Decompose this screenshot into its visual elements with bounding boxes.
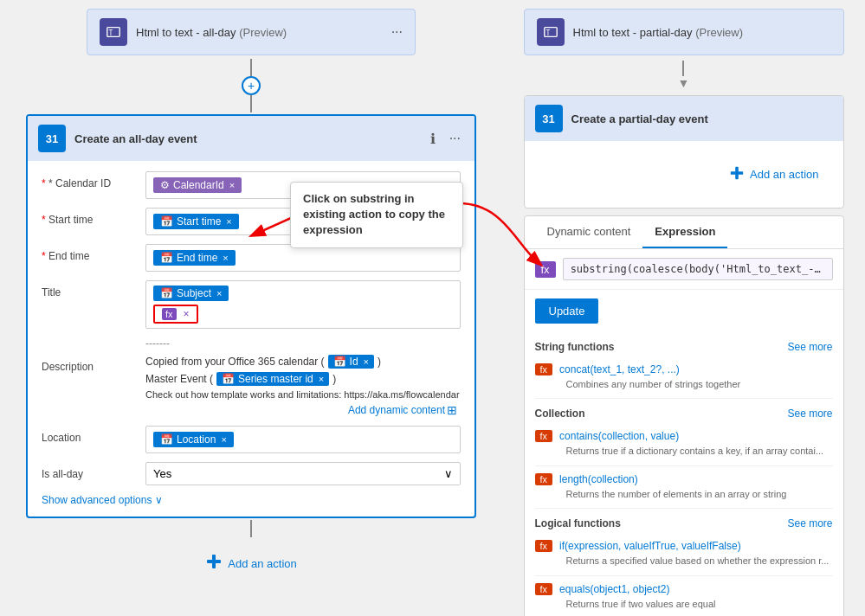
series-master-tag: 📅 Series master id × — [216, 372, 329, 386]
end-time-tag: 📅 End time × — [153, 250, 236, 266]
collection-header: Collection See more — [535, 399, 833, 423]
location-tag-close[interactable]: × — [221, 434, 226, 445]
is-allday-select[interactable]: Yes ∨ — [145, 462, 461, 485]
string-functions-header: String functions See more — [535, 332, 833, 356]
logical-see-more[interactable]: See more — [787, 517, 832, 529]
allday-top-menu[interactable]: ··· — [391, 24, 403, 40]
concat-function-name[interactable]: concat(text_1, text_2?, ...) — [559, 363, 680, 375]
length-function-desc: Returns the number of elements in an arr… — [535, 488, 833, 501]
main-card-title: Create an all-day event — [74, 132, 418, 145]
location-field-row: Location 📅 Location × — [42, 426, 461, 453]
partial-add-action-label: Add an action — [750, 168, 819, 181]
add-action-button[interactable]: Add an action — [198, 546, 304, 581]
contains-function-item: fx contains(collection, value) Returns t… — [535, 423, 833, 465]
html-to-text-icon: T — [100, 18, 127, 46]
series-master-tag-close[interactable]: × — [319, 374, 324, 384]
desc-line2-end: ) — [332, 373, 336, 385]
outlook-icon-subject: 📅 — [160, 287, 173, 299]
create-partial-event-card: 31 Create a partial-day event Add an act… — [524, 95, 844, 209]
add-step-button[interactable]: + — [242, 76, 261, 95]
callout-text: Click on substring in existing action to… — [303, 192, 445, 236]
length-function-item: fx length(collection) Returns the number… — [535, 466, 833, 509]
title-value[interactable]: 📅 Subject × fx × — [145, 280, 461, 329]
calendar-icon-small: ⚙ — [160, 179, 170, 191]
id-tag-close[interactable]: × — [364, 356, 369, 367]
calendar-id-tag-close[interactable]: × — [229, 180, 235, 190]
desc-line1-text: Copied from your Office 365 calendar ( — [145, 356, 325, 368]
outlook-icon-start: 📅 — [160, 215, 173, 228]
bottom-connector — [250, 520, 252, 537]
equals-function-name[interactable]: equals(object1, object2) — [559, 583, 669, 595]
partial-card-body: Add an action — [525, 141, 843, 208]
location-label: Location — [42, 426, 137, 444]
add-dynamic-content-btn[interactable]: Add dynamic content ⊞ — [348, 403, 457, 417]
html-to-text-allday-title: Html to text - all-day (Preview) — [136, 26, 383, 39]
is-allday-label: Is all-day — [42, 462, 137, 480]
dashes-separator: ------- — [42, 337, 461, 350]
add-action-label: Add an action — [228, 557, 297, 570]
length-fx-icon: fx — [535, 473, 553, 485]
chevron-down-icon-advanced: ∨ — [155, 494, 163, 506]
expression-panel: Dynamic content Expression fx substring(… — [524, 215, 844, 616]
partial-calendar-icon: 31 — [535, 105, 563, 132]
title-label: Title — [42, 280, 137, 298]
is-allday-value: Yes — [153, 467, 171, 480]
tab-expression[interactable]: Expression — [642, 216, 727, 248]
add-action-icon — [205, 553, 223, 574]
partial-add-action-btn[interactable]: Add an action — [722, 158, 826, 190]
outlook-icon-location: 📅 — [160, 433, 173, 446]
start-time-label: * Start time — [42, 208, 137, 226]
svg-text:T: T — [109, 29, 113, 37]
substring-tag[interactable]: fx × — [153, 305, 198, 324]
location-tag: 📅 Location × — [153, 432, 234, 447]
if-function-item: fx if(expression, valueIfTrue, valueIfFa… — [535, 533, 833, 575]
contains-function-name[interactable]: contains(collection, value) — [559, 430, 679, 442]
concat-function-desc: Combines any number of strings together — [535, 378, 833, 391]
html-to-text-partialday-card: T Html to text - partial-day (Preview) — [524, 9, 844, 55]
end-time-value[interactable]: 📅 End time × — [145, 244, 461, 272]
end-time-tag-close[interactable]: × — [223, 253, 228, 263]
id-tag: 📅 Id × — [328, 355, 374, 369]
location-value[interactable]: 📅 Location × — [145, 426, 461, 453]
fx-label: fx — [535, 261, 556, 278]
string-functions-see-more[interactable]: See more — [787, 341, 832, 353]
svg-rect-4 — [212, 555, 216, 568]
add-connector: + — [242, 59, 261, 112]
update-button[interactable]: Update — [535, 298, 599, 324]
desc-line3: Check out how template works and limitat… — [145, 389, 461, 400]
start-time-tag-close[interactable]: × — [226, 216, 231, 227]
html-to-text-partial-title: Html to text - partial-day (Preview) — [573, 26, 831, 39]
concat-function-item: fx concat(text_1, text_2?, ...) Combines… — [535, 356, 833, 399]
description-label: Description — [42, 355, 137, 373]
description-label-row: Description Copied from your Office 365 … — [42, 355, 461, 417]
partial-card-header: 31 Create a partial-day event — [525, 96, 843, 141]
tab-dynamic-content[interactable]: Dynamic content — [535, 216, 643, 248]
card-menu-button[interactable]: ··· — [446, 129, 464, 148]
length-function-name[interactable]: length(collection) — [559, 473, 638, 485]
info-button[interactable]: ℹ — [427, 129, 439, 149]
desc-line1-end: ) — [378, 356, 381, 368]
calendar-icon: 31 — [38, 125, 66, 152]
desc-line2-text: Master Event ( — [145, 373, 213, 385]
subject-tag-close[interactable]: × — [216, 288, 222, 298]
svg-rect-8 — [735, 167, 739, 179]
collection-title: Collection — [535, 407, 585, 420]
html-to-text-allday-card: T Html to text - all-day (Preview) ··· — [87, 9, 416, 55]
chevron-down-icon: ∨ — [444, 467, 453, 480]
outlook-icon-end: 📅 — [160, 252, 173, 264]
calendar-id-tag: ⚙ CalendarId × — [153, 177, 242, 193]
show-advanced-label: Show advanced options — [42, 494, 152, 506]
expression-input[interactable]: substring(coalesce(body('Html_to_text_-_… — [563, 258, 833, 280]
if-function-desc: Returns a specified value based on wheth… — [535, 555, 833, 568]
contains-fx-icon: fx — [535, 430, 553, 442]
contains-function-desc: Returns true if a dictionary contains a … — [535, 445, 833, 458]
expression-input-row: fx substring(coalesce(body('Html_to_text… — [525, 249, 843, 290]
subject-tag: 📅 Subject × — [153, 286, 229, 301]
show-advanced-btn[interactable]: Show advanced options ∨ — [42, 494, 461, 506]
start-time-tag: 📅 Start time × — [153, 214, 239, 229]
main-card-header: 31 Create an all-day event ℹ ··· — [28, 116, 474, 161]
substring-tag-close[interactable]: × — [184, 308, 190, 320]
title-field-row: Title 📅 Subject × fx × — [42, 280, 461, 329]
if-function-name[interactable]: if(expression, valueIfTrue, valueIfFalse… — [559, 540, 741, 552]
collection-see-more[interactable]: See more — [787, 407, 832, 420]
